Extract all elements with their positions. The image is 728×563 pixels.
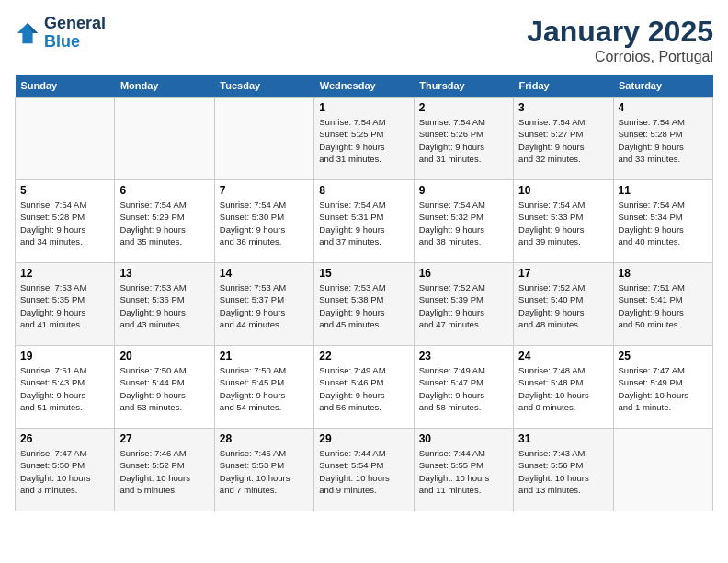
day-number: 13: [119, 267, 209, 280]
calendar-cell: 28Sunrise: 7:45 AM Sunset: 5:53 PM Dayli…: [214, 429, 313, 511]
calendar-cell: 5Sunrise: 7:54 AM Sunset: 5:28 PM Daylig…: [16, 180, 115, 263]
weekday-header-thursday: Thursday: [414, 75, 513, 98]
calendar-title: January 2025: [527, 15, 713, 49]
day-number: 28: [220, 432, 309, 445]
day-number: 3: [518, 101, 608, 114]
weekday-header-saturday: Saturday: [613, 75, 712, 98]
calendar-cell: 13Sunrise: 7:53 AM Sunset: 5:36 PM Dayli…: [115, 263, 214, 346]
day-info: Sunrise: 7:54 AM Sunset: 5:28 PM Dayligh…: [20, 199, 109, 247]
day-info: Sunrise: 7:52 AM Sunset: 5:39 PM Dayligh…: [419, 282, 508, 330]
day-number: 24: [518, 350, 608, 362]
calendar-cell: 15Sunrise: 7:53 AM Sunset: 5:38 PM Dayli…: [314, 263, 414, 346]
day-info: Sunrise: 7:49 AM Sunset: 5:47 PM Dayligh…: [419, 364, 508, 413]
day-number: 18: [619, 267, 708, 280]
calendar-cell: 1Sunrise: 7:54 AM Sunset: 5:25 PM Daylig…: [314, 98, 414, 180]
day-number: 9: [419, 184, 508, 197]
day-number: 21: [220, 350, 309, 362]
day-number: 1: [319, 101, 408, 114]
calendar-cell: 4Sunrise: 7:54 AM Sunset: 5:28 PM Daylig…: [613, 98, 712, 180]
weekday-header-monday: Monday: [115, 75, 214, 98]
calendar-week-row: 1Sunrise: 7:54 AM Sunset: 5:25 PM Daylig…: [16, 98, 713, 180]
logo-icon: [15, 20, 40, 46]
calendar-cell: 27Sunrise: 7:46 AM Sunset: 5:52 PM Dayli…: [115, 429, 214, 511]
day-number: 25: [619, 350, 708, 362]
day-number: 10: [518, 184, 608, 197]
day-number: 17: [518, 267, 608, 280]
day-info: Sunrise: 7:45 AM Sunset: 5:53 PM Dayligh…: [220, 447, 309, 496]
day-number: 5: [20, 184, 109, 197]
calendar-cell: 3Sunrise: 7:54 AM Sunset: 5:27 PM Daylig…: [514, 98, 613, 180]
day-info: Sunrise: 7:54 AM Sunset: 5:28 PM Dayligh…: [619, 116, 708, 165]
title-area: January 2025 Corroios, Portugal: [527, 15, 713, 65]
day-number: 30: [419, 432, 508, 445]
calendar-table: SundayMondayTuesdayWednesdayThursdayFrid…: [15, 75, 713, 511]
day-info: Sunrise: 7:48 AM Sunset: 5:48 PM Dayligh…: [518, 364, 608, 413]
day-number: 19: [20, 350, 109, 362]
calendar-cell: [115, 98, 214, 180]
calendar-cell: 30Sunrise: 7:44 AM Sunset: 5:55 PM Dayli…: [414, 429, 513, 511]
day-info: Sunrise: 7:51 AM Sunset: 5:43 PM Dayligh…: [20, 364, 109, 413]
day-number: 2: [419, 101, 508, 114]
day-info: Sunrise: 7:54 AM Sunset: 5:31 PM Dayligh…: [319, 199, 408, 247]
day-info: Sunrise: 7:54 AM Sunset: 5:27 PM Dayligh…: [518, 116, 608, 165]
day-number: 31: [518, 432, 608, 445]
calendar-cell: 12Sunrise: 7:53 AM Sunset: 5:35 PM Dayli…: [16, 263, 115, 346]
calendar-week-row: 19Sunrise: 7:51 AM Sunset: 5:43 PM Dayli…: [16, 346, 713, 429]
weekday-header-wednesday: Wednesday: [314, 75, 414, 98]
calendar-cell: 6Sunrise: 7:54 AM Sunset: 5:29 PM Daylig…: [115, 180, 214, 263]
calendar-cell: 29Sunrise: 7:44 AM Sunset: 5:54 PM Dayli…: [314, 429, 414, 511]
calendar-cell: 24Sunrise: 7:48 AM Sunset: 5:48 PM Dayli…: [514, 346, 613, 429]
day-info: Sunrise: 7:53 AM Sunset: 5:35 PM Dayligh…: [20, 282, 109, 330]
day-info: Sunrise: 7:54 AM Sunset: 5:33 PM Dayligh…: [518, 199, 608, 247]
day-info: Sunrise: 7:54 AM Sunset: 5:25 PM Dayligh…: [319, 116, 408, 165]
calendar-cell: 14Sunrise: 7:53 AM Sunset: 5:37 PM Dayli…: [214, 263, 313, 346]
day-number: 4: [619, 101, 708, 114]
day-info: Sunrise: 7:46 AM Sunset: 5:52 PM Dayligh…: [119, 447, 209, 496]
calendar-cell: [214, 98, 313, 180]
day-number: 26: [20, 432, 109, 445]
calendar-cell: 7Sunrise: 7:54 AM Sunset: 5:30 PM Daylig…: [214, 180, 313, 263]
weekday-header-friday: Friday: [514, 75, 613, 98]
day-number: 23: [419, 350, 508, 362]
calendar-cell: 2Sunrise: 7:54 AM Sunset: 5:26 PM Daylig…: [414, 98, 513, 180]
logo: General Blue: [15, 15, 106, 52]
day-info: Sunrise: 7:44 AM Sunset: 5:55 PM Dayligh…: [419, 447, 508, 496]
day-info: Sunrise: 7:54 AM Sunset: 5:29 PM Dayligh…: [119, 199, 209, 247]
day-info: Sunrise: 7:47 AM Sunset: 5:49 PM Dayligh…: [619, 364, 708, 413]
calendar-cell: 8Sunrise: 7:54 AM Sunset: 5:31 PM Daylig…: [314, 180, 414, 263]
calendar-week-row: 26Sunrise: 7:47 AM Sunset: 5:50 PM Dayli…: [16, 429, 713, 511]
calendar-week-row: 5Sunrise: 7:54 AM Sunset: 5:28 PM Daylig…: [16, 180, 713, 263]
day-number: 6: [119, 184, 209, 197]
day-info: Sunrise: 7:53 AM Sunset: 5:38 PM Dayligh…: [319, 282, 408, 330]
calendar-cell: 22Sunrise: 7:49 AM Sunset: 5:46 PM Dayli…: [314, 346, 414, 429]
day-number: 7: [220, 184, 309, 197]
calendar-cell: 17Sunrise: 7:52 AM Sunset: 5:40 PM Dayli…: [514, 263, 613, 346]
calendar-cell: 18Sunrise: 7:51 AM Sunset: 5:41 PM Dayli…: [613, 263, 712, 346]
day-number: 14: [220, 267, 309, 280]
calendar-cell: 16Sunrise: 7:52 AM Sunset: 5:39 PM Dayli…: [414, 263, 513, 346]
weekday-header-tuesday: Tuesday: [214, 75, 313, 98]
day-info: Sunrise: 7:50 AM Sunset: 5:44 PM Dayligh…: [119, 364, 209, 413]
day-info: Sunrise: 7:54 AM Sunset: 5:34 PM Dayligh…: [619, 199, 708, 247]
calendar-cell: [16, 98, 115, 180]
calendar-cell: 23Sunrise: 7:49 AM Sunset: 5:47 PM Dayli…: [414, 346, 513, 429]
day-number: 11: [619, 184, 708, 197]
day-info: Sunrise: 7:51 AM Sunset: 5:41 PM Dayligh…: [619, 282, 708, 330]
day-number: 8: [319, 184, 408, 197]
day-info: Sunrise: 7:47 AM Sunset: 5:50 PM Dayligh…: [20, 447, 109, 496]
day-number: 12: [20, 267, 109, 280]
calendar-cell: 31Sunrise: 7:43 AM Sunset: 5:56 PM Dayli…: [514, 429, 613, 511]
day-number: 16: [419, 267, 508, 280]
day-info: Sunrise: 7:49 AM Sunset: 5:46 PM Dayligh…: [319, 364, 408, 413]
calendar-cell: 11Sunrise: 7:54 AM Sunset: 5:34 PM Dayli…: [613, 180, 712, 263]
page-header: General Blue January 2025 Corroios, Port…: [15, 15, 713, 65]
day-number: 15: [319, 267, 408, 280]
day-number: 29: [319, 432, 408, 445]
day-info: Sunrise: 7:44 AM Sunset: 5:54 PM Dayligh…: [319, 447, 408, 496]
logo-line1: General: [44, 15, 106, 33]
day-info: Sunrise: 7:50 AM Sunset: 5:45 PM Dayligh…: [220, 364, 309, 413]
calendar-subtitle: Corroios, Portugal: [527, 49, 713, 65]
weekday-header-sunday: Sunday: [16, 75, 115, 98]
day-info: Sunrise: 7:54 AM Sunset: 5:26 PM Dayligh…: [419, 116, 508, 165]
day-info: Sunrise: 7:54 AM Sunset: 5:30 PM Dayligh…: [220, 199, 309, 247]
